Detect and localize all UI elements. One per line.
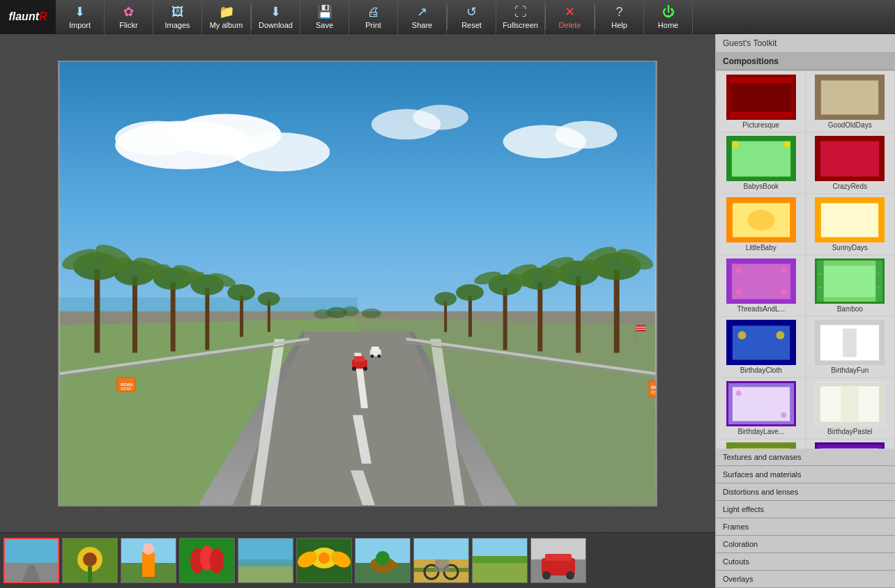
thumbnail-8[interactable] xyxy=(472,538,528,583)
thumbnail-4[interactable] xyxy=(238,538,293,583)
images-button[interactable]: 🖼 Images xyxy=(153,0,202,34)
svg-rect-197 xyxy=(817,321,820,364)
comp-thumb-crazyreds xyxy=(815,136,885,181)
import-button[interactable]: ⬇ Import xyxy=(56,0,105,34)
comp-cloth[interactable]: Cloth xyxy=(806,440,894,449)
thumbnail-0[interactable] xyxy=(3,538,59,583)
svg-rect-153 xyxy=(817,137,820,180)
comp-label-sunnydays: SunnyDays xyxy=(832,244,868,252)
svg-rect-164 xyxy=(817,199,821,241)
comp-birthdaylave[interactable]: BirthdayLave... xyxy=(717,378,805,438)
comp-sunnydays[interactable]: SunnyDays xyxy=(806,194,894,254)
section-distortions-label: Distortions and lenses xyxy=(723,488,798,496)
compositions-header: Compositions xyxy=(716,53,895,70)
svg-rect-48 xyxy=(576,277,581,353)
print-button[interactable]: 🖨 Print xyxy=(349,0,398,34)
thumbnail-9[interactable] xyxy=(530,538,586,583)
svg-text:ROAD WORK: ROAD WORK xyxy=(651,391,656,394)
svg-rect-151 xyxy=(817,137,882,141)
save-button[interactable]: 💾 Save xyxy=(300,0,349,34)
svg-rect-208 xyxy=(817,382,882,386)
svg-point-43 xyxy=(258,291,280,305)
svg-point-70 xyxy=(370,354,374,357)
section-cutouts[interactable]: Cutouts xyxy=(716,553,895,571)
svg-rect-152 xyxy=(817,176,882,180)
section-distortions[interactable]: Distortions and lenses xyxy=(716,483,895,501)
thumbnail-7[interactable] xyxy=(413,538,469,583)
svg-point-6 xyxy=(413,105,469,130)
comp-babysbook[interactable]: BabysBook xyxy=(717,133,805,193)
logo-text: flauntR xyxy=(8,10,47,23)
svg-rect-88 xyxy=(5,539,58,563)
svg-rect-132 xyxy=(731,79,791,116)
flickr-label: Flickr xyxy=(119,21,137,29)
thumbnail-2[interactable] xyxy=(121,538,176,583)
svg-point-85 xyxy=(342,306,359,316)
download-icon: ⬇ xyxy=(270,4,281,20)
comp-birthdaypastel[interactable]: BirthdayPastel xyxy=(806,378,894,438)
svg-rect-60 xyxy=(468,295,472,336)
comp-crazyreds[interactable]: CrazyReds xyxy=(806,133,894,193)
fullscreen-button[interactable]: ⛶ Fullscreen xyxy=(496,0,545,34)
svg-rect-204 xyxy=(790,382,794,425)
section-coloration[interactable]: Coloration xyxy=(716,536,895,553)
share-button[interactable]: ↗ Share xyxy=(398,0,447,34)
fullscreen-label: Fullscreen xyxy=(503,21,538,29)
help-button[interactable]: ? Help xyxy=(595,0,644,34)
comp-label-threadsandl: ThreadsAndL... xyxy=(737,305,785,313)
comp-birthdaycloth[interactable]: BirthdayCloth xyxy=(717,317,805,377)
my-album-label: My album xyxy=(210,21,243,29)
section-frames[interactable]: Frames xyxy=(716,518,895,536)
section-overlays-label: Overlays xyxy=(723,575,753,583)
comp-thumb-sunnydays xyxy=(815,197,885,242)
svg-text:WORK: WORK xyxy=(121,387,132,391)
comp-thumb-babysbook xyxy=(726,136,796,181)
thumbnail-6[interactable] xyxy=(355,538,411,583)
comp-goodolddays[interactable]: GoodOldDays xyxy=(806,72,894,132)
comp-littlebaby[interactable]: LittleBaby xyxy=(717,194,805,254)
flickr-button[interactable]: ✿ Flickr xyxy=(105,0,153,34)
reset-label: Reset xyxy=(461,21,482,29)
images-label: Images xyxy=(165,21,190,29)
svg-rect-201 xyxy=(728,382,794,387)
thumbnail-1[interactable] xyxy=(62,538,118,583)
section-cutouts-label: Cutouts xyxy=(723,557,749,566)
thumbnail-5[interactable] xyxy=(296,538,352,583)
comp-picturesque[interactable]: Picturesque xyxy=(717,72,805,132)
reset-button[interactable]: ↺ Reset xyxy=(448,0,496,34)
svg-point-41 xyxy=(227,284,255,300)
svg-rect-128 xyxy=(545,554,572,561)
svg-rect-217 xyxy=(790,444,794,449)
comp-birthdaytag[interactable]: BirthdayTag xyxy=(717,440,805,449)
fullscreen-icon: ⛶ xyxy=(514,5,527,20)
svg-rect-156 xyxy=(728,199,794,203)
svg-point-206 xyxy=(781,412,786,417)
svg-text:ROAD: ROAD xyxy=(121,382,133,387)
svg-rect-189 xyxy=(728,321,733,364)
comp-birthdayfun[interactable]: BirthdayFun xyxy=(806,317,894,377)
comp-thumb-goodolddays xyxy=(815,75,885,120)
thumbnail-3[interactable] xyxy=(179,538,235,583)
comp-bamboo[interactable]: Bamboo xyxy=(806,256,894,316)
delete-button[interactable]: ✕ Delete xyxy=(546,0,595,34)
svg-rect-81 xyxy=(636,325,645,331)
section-light[interactable]: Light effects xyxy=(716,501,895,518)
svg-rect-176 xyxy=(817,260,882,302)
download-button[interactable]: ⬇ Download xyxy=(252,0,300,34)
section-surfaces[interactable]: Surfaces and materials xyxy=(716,466,895,483)
section-textures[interactable]: Textures and canvases xyxy=(716,449,895,466)
svg-rect-168 xyxy=(728,260,794,263)
svg-point-8 xyxy=(555,121,617,148)
my-album-button[interactable]: 📁 My album xyxy=(202,0,251,34)
svg-rect-44 xyxy=(614,270,620,353)
svg-rect-180 xyxy=(824,297,875,302)
section-overlays[interactable]: Overlays xyxy=(716,571,895,588)
home-button[interactable]: ⏻ Home xyxy=(644,0,693,34)
svg-rect-178 xyxy=(875,260,882,302)
svg-rect-202 xyxy=(728,421,794,425)
comp-threadsandl[interactable]: ThreadsAndL... xyxy=(717,256,805,316)
svg-point-115 xyxy=(385,562,399,568)
svg-rect-162 xyxy=(817,199,882,203)
svg-rect-169 xyxy=(728,299,794,302)
svg-point-147 xyxy=(732,141,739,148)
